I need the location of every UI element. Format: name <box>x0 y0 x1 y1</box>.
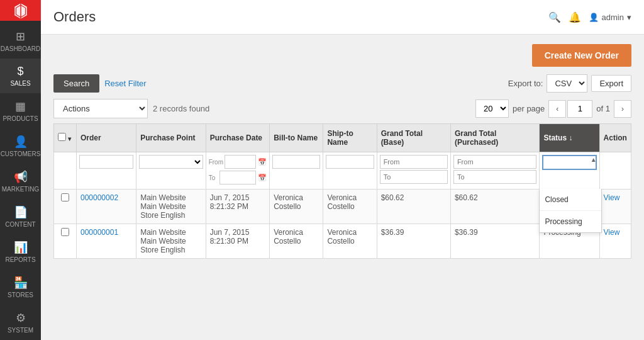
row2-checkbox[interactable] <box>61 228 69 236</box>
sidebar-logo <box>0 0 41 21</box>
sidebar-item-stores[interactable]: 🏪 STORES <box>0 269 41 305</box>
filter-purchase-point-select[interactable] <box>139 155 203 169</box>
checkbox-dropdown-icon[interactable]: ▾ <box>68 135 71 142</box>
filter-grand-total-base-from-input[interactable] <box>380 155 448 169</box>
status-column-header[interactable]: Status ↓ <box>540 124 599 152</box>
stores-icon: 🏪 <box>14 276 28 290</box>
admin-user-menu[interactable]: 👤 admin ▾ <box>589 13 631 22</box>
sidebar-item-sales[interactable]: $ SALES <box>0 59 41 93</box>
filter-purchase-date-cell: From 📅 To 📅 <box>206 152 269 190</box>
sidebar-item-reports-label: REPORTS <box>5 256 35 263</box>
filter-ship-to-input[interactable] <box>326 155 374 169</box>
filter-grand-total-purchased-from-input[interactable] <box>453 155 537 169</box>
page-title: Orders <box>53 9 96 25</box>
filter-date-from-input[interactable] <box>225 155 256 169</box>
page-size-select[interactable]: 20 <box>475 99 509 118</box>
purchase-point-col-label: Purchase Point <box>140 133 195 142</box>
bill-to-name-column-header[interactable]: Bill-to Name <box>270 124 323 152</box>
sidebar-item-content[interactable]: 📄 CONTENT <box>0 199 41 234</box>
status-dropdown-processing[interactable]: Processing <box>540 211 601 232</box>
row1-view-link[interactable]: View <box>604 193 620 202</box>
notification-bell-icon[interactable]: 🔔 <box>569 11 581 23</box>
filter-order-cell <box>77 152 136 190</box>
row2-grand-total-purchased: $36.39 <box>455 228 478 237</box>
row1-grand-total-purchased: $60.62 <box>455 193 478 202</box>
filter-bill-to-input[interactable] <box>272 155 320 169</box>
status-filter-dropdown-arrow[interactable]: ▲ <box>591 156 597 163</box>
filter-grand-total-purchased-cell <box>450 152 540 190</box>
row2-bill-to-cell: Veronica Costello <box>270 224 323 259</box>
filter-grand-total-purchased-to-input[interactable] <box>453 170 537 184</box>
action-col-label: Action <box>604 133 627 142</box>
filter-date-to-input[interactable] <box>219 171 256 184</box>
admin-label: admin <box>602 13 624 22</box>
actions-left: Actions 2 records found <box>53 99 209 118</box>
status-dropdown-closed[interactable]: Closed <box>540 189 601 211</box>
magento-logo-icon <box>11 1 30 20</box>
sidebar-item-products[interactable]: ▦ PRODUCTS <box>0 93 41 128</box>
row2-checkbox-cell <box>54 224 77 259</box>
status-sort-arrow: ↓ <box>569 133 572 142</box>
grand-total-purchased-column-header[interactable]: Grand Total (Purchased) <box>450 124 540 152</box>
page-of-label: of 1 <box>594 104 613 113</box>
row2-grand-total-purchased-cell: $36.39 <box>450 224 540 259</box>
filter-checkbox-cell <box>54 152 77 190</box>
sidebar-item-marketing[interactable]: 📢 MARKETING <box>0 164 41 199</box>
row2-view-link[interactable]: View <box>604 228 620 237</box>
ship-to-col-label: Ship-to Name <box>327 129 353 147</box>
sidebar-item-customers-label: CUSTOMERS <box>1 150 41 157</box>
row1-action-cell: View <box>599 190 631 224</box>
select-all-checkbox[interactable] <box>58 133 66 141</box>
filter-action-cell <box>599 152 631 190</box>
next-page-button[interactable]: › <box>614 100 631 118</box>
row1-bill-to-name: Veronica Costello <box>274 193 303 211</box>
ship-to-name-column-header[interactable]: Ship-to Name <box>323 124 377 152</box>
row1-purchase-date-cell: Jun 7, 2015 8:21:32 PM <box>206 190 269 224</box>
sidebar-item-customers[interactable]: 👤 CUSTOMERS <box>0 128 41 164</box>
row2-purchase-point-cell: Main Website Main Website Store English <box>136 224 206 259</box>
header-actions: 🔍 🔔 👤 admin ▾ <box>548 11 631 23</box>
bill-to-col-label: Bill-to Name <box>274 133 318 142</box>
purchase-point-column-header[interactable]: Purchase Point <box>136 124 206 152</box>
filter-order-input[interactable] <box>79 155 133 169</box>
filter-grand-total-base-to-input[interactable] <box>380 170 448 184</box>
purchase-date-column-header[interactable]: Purchase Date <box>206 124 269 152</box>
row1-purchase-point-cell: Main Website Main Website Store English <box>136 190 206 224</box>
page-number-input[interactable] <box>567 100 592 118</box>
row1-checkbox-cell <box>54 190 77 224</box>
export-format-select[interactable]: CSV <box>547 74 587 93</box>
row2-grand-total-base-cell: $36.39 <box>377 224 450 259</box>
calendar-from-icon[interactable]: 📅 <box>258 158 267 166</box>
filter-status-input[interactable] <box>542 155 596 170</box>
search-icon[interactable]: 🔍 <box>548 11 561 23</box>
grand-total-base-column-header[interactable]: Grand Total (Base) <box>377 124 450 152</box>
action-column-header: Action <box>599 124 631 152</box>
row1-checkbox[interactable] <box>61 193 69 201</box>
status-col-label: Status <box>543 133 567 142</box>
sidebar-item-sales-label: SALES <box>10 80 30 87</box>
row1-ship-to-cell: Veronica Costello <box>323 190 377 224</box>
row1-order-link[interactable]: 000000002 <box>80 193 118 202</box>
pagination: ‹ of 1 › <box>548 100 631 118</box>
prev-page-button[interactable]: ‹ <box>548 100 566 118</box>
actions-select[interactable]: Actions <box>53 99 148 118</box>
status-dropdown: Closed Processing <box>539 189 602 233</box>
sidebar-item-reports[interactable]: 📊 REPORTS <box>0 234 41 269</box>
create-new-order-button[interactable]: Create New Order <box>532 44 631 67</box>
calendar-to-icon[interactable]: 📅 <box>258 174 267 182</box>
reset-filter-button[interactable]: Reset Filter <box>104 79 146 88</box>
orders-table: ▾ Order Purchase Point Purchase Date Bil <box>53 123 631 259</box>
admin-user-icon: 👤 <box>589 13 599 22</box>
select-all-header: ▾ <box>54 124 77 152</box>
sidebar-item-dashboard[interactable]: ⊞ DASHBOARD <box>0 23 41 59</box>
order-column-header[interactable]: Order <box>77 124 136 152</box>
row2-order-link[interactable]: 000000001 <box>80 228 118 237</box>
search-button[interactable]: Search <box>53 74 99 93</box>
export-button[interactable]: Export <box>591 75 631 92</box>
filter-left: Search Reset Filter <box>53 74 147 93</box>
row1-ship-to-name: Veronica Costello <box>327 193 357 211</box>
sidebar-item-system[interactable]: ⚙ SYSTEM <box>0 305 41 340</box>
order-col-label: Order <box>80 133 101 142</box>
row1-grand-total-base-cell: $60.62 <box>377 190 450 224</box>
sidebar-item-dashboard-label: DASHBOARD <box>1 45 40 52</box>
